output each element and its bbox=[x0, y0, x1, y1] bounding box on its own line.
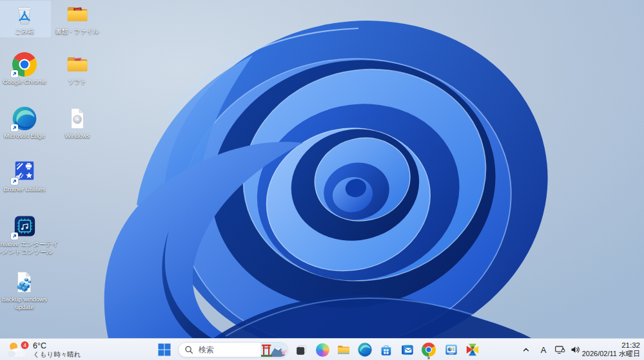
clock-time: 21:32 bbox=[582, 341, 640, 350]
speaker-icon bbox=[570, 345, 581, 355]
start-button[interactable] bbox=[155, 341, 173, 359]
task-view-icon bbox=[295, 343, 308, 357]
desktop-icon-microsoft-edge[interactable]: Microsoft Edge bbox=[0, 105, 51, 142]
icon-label: Brother Utilities bbox=[4, 185, 45, 193]
copilot-icon bbox=[316, 343, 329, 357]
icon-label-line2: update bbox=[15, 303, 34, 311]
desktop-icon-google-chrome[interactable]: Google Chrome bbox=[0, 51, 51, 88]
brother-utilities-icon bbox=[12, 160, 37, 184]
chrome-icon bbox=[422, 343, 436, 357]
desktop-icon-windows-document[interactable]: Windows bbox=[51, 105, 104, 142]
weather-text: 6°C くもり時々晴れ bbox=[33, 341, 81, 358]
icon-label: ソフト bbox=[68, 78, 86, 86]
tray-chevron-button[interactable] bbox=[520, 341, 532, 358]
recycle-bin-icon bbox=[12, 2, 37, 26]
icon-label: Creative エンターテイ bbox=[0, 240, 53, 248]
clock[interactable]: 21:32 2026/02/11 水曜日 bbox=[582, 341, 640, 358]
chevron-up-icon bbox=[522, 345, 531, 354]
desktop-icon-recycle-bin[interactable]: ごみ箱 bbox=[0, 1, 51, 37]
weather-badge-count: 4 bbox=[23, 342, 26, 348]
search-box[interactable] bbox=[178, 342, 288, 357]
search-input[interactable] bbox=[197, 345, 257, 355]
icon-label: Microsoft Edge bbox=[4, 132, 44, 140]
chrome-icon bbox=[12, 52, 37, 77]
chrome-button[interactable] bbox=[420, 341, 438, 359]
microsoft-store-icon bbox=[379, 343, 393, 357]
desktop-icon-brother-utilities[interactable]: Brother Utilities bbox=[0, 158, 51, 195]
shortcut-arrow-icon bbox=[11, 70, 18, 77]
desktop-icon-documents-files-folder[interactable]: 書類・ファイル bbox=[51, 1, 104, 37]
weather-temp: 6°C bbox=[33, 341, 81, 350]
shortcut-arrow-icon bbox=[11, 178, 18, 185]
weather-sun-cloud-icon: 4 bbox=[6, 341, 30, 359]
document-icon bbox=[65, 106, 90, 131]
icon-label: backup windows bbox=[2, 296, 47, 303]
desktop-icon-creative-console[interactable]: Creative エンターテイ ンメントコンソール bbox=[0, 213, 51, 257]
weather-widget[interactable]: 4 6°C くもり時々晴れ bbox=[3, 340, 84, 359]
weather-condition: くもり時々晴れ bbox=[33, 350, 81, 358]
edge-button[interactable] bbox=[356, 341, 374, 359]
desktop-icon-backup-windows-update[interactable]: backup windows update bbox=[0, 269, 51, 312]
status-monitor-icon bbox=[444, 343, 458, 357]
icon-label: ごみ箱 bbox=[15, 28, 34, 35]
clock-date: 2026/02/11 水曜日 bbox=[582, 350, 640, 358]
shortcut-arrow-icon bbox=[11, 124, 18, 131]
icon-label: 書類・ファイル bbox=[55, 28, 99, 35]
windows-logo-icon bbox=[158, 343, 171, 356]
folder-icon bbox=[65, 2, 90, 26]
registry-file-icon bbox=[12, 270, 37, 294]
taskbar: 4 6°C くもり時々晴れ bbox=[0, 338, 644, 360]
folder-icon bbox=[65, 52, 90, 77]
network-button[interactable] bbox=[552, 341, 567, 358]
search-icon bbox=[184, 345, 193, 354]
outlook-icon bbox=[400, 343, 415, 357]
microsoft-store-button[interactable] bbox=[377, 341, 395, 359]
outlook-button[interactable] bbox=[398, 341, 416, 359]
creative-console-icon bbox=[12, 214, 37, 239]
shortcut-arrow-icon bbox=[11, 232, 18, 240]
file-explorer-button[interactable] bbox=[335, 341, 353, 359]
file-explorer-icon bbox=[337, 343, 351, 357]
ime-mode-button[interactable]: A bbox=[536, 341, 551, 358]
icon-label: Windows bbox=[65, 132, 90, 140]
copilot-button[interactable] bbox=[313, 341, 331, 359]
status-monitor-button[interactable] bbox=[442, 341, 460, 359]
edge-icon bbox=[358, 343, 372, 357]
icon-label-line2: ンメントコンソール bbox=[0, 248, 53, 256]
seasonal-search-image bbox=[260, 343, 288, 357]
network-ethernet-icon bbox=[554, 345, 565, 355]
edge-icon bbox=[12, 106, 37, 131]
task-view-button[interactable] bbox=[292, 341, 310, 359]
desktop-icon-soft-folder[interactable]: ソフト bbox=[51, 51, 104, 88]
icon-label: Google Chrome bbox=[3, 78, 46, 86]
avg-antivirus-icon bbox=[465, 343, 480, 357]
chrome-running-indicator bbox=[427, 357, 430, 359]
avg-antivirus-button[interactable] bbox=[463, 341, 482, 359]
volume-button[interactable] bbox=[567, 341, 583, 358]
